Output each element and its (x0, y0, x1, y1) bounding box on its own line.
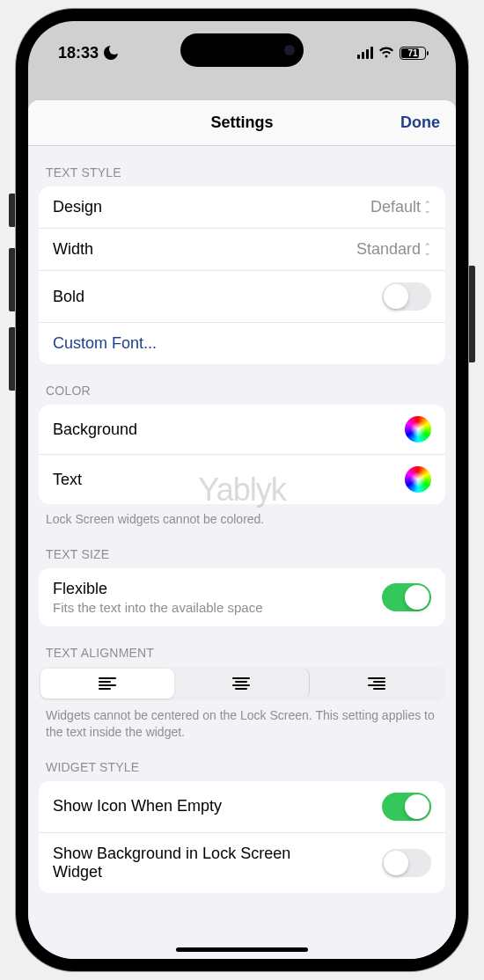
design-value: Default⌃⌄ (370, 198, 431, 216)
sheet-title: Settings (210, 113, 273, 132)
align-left-segment[interactable] (40, 669, 174, 698)
alignment-segmented (39, 667, 445, 700)
row-custom-font[interactable]: Custom Font... (39, 323, 445, 364)
section-header-color: COLOR (28, 364, 456, 405)
group-color: Background Text (39, 405, 445, 504)
row-show-bg: Show Background in Lock Screen Widget (39, 833, 445, 893)
row-text-color[interactable]: Text (39, 455, 445, 504)
bold-label: Bold (53, 288, 84, 306)
chevron-updown-icon: ⌃⌄ (424, 244, 431, 256)
row-show-icon: Show Icon When Empty (39, 781, 445, 833)
group-text-style: Design Default⌃⌄ Width Standard⌃⌄ Bold C… (39, 186, 445, 364)
home-indicator[interactable] (176, 947, 308, 952)
section-header-text-style: TEXT STYLE (28, 146, 456, 186)
text-color-label: Text (53, 471, 82, 489)
screen: 18:33 71 Settings Done TEXT STYLE Design… (28, 21, 456, 959)
row-design[interactable]: Design Default⌃⌄ (39, 186, 445, 229)
show-icon-label: Show Icon When Empty (53, 797, 222, 815)
row-flexible: Flexible Fits the text into the availabl… (39, 568, 445, 626)
color-wheel-icon (405, 416, 431, 442)
dnd-moon-icon (104, 46, 118, 60)
wifi-icon (378, 47, 394, 59)
group-widget-style: Show Icon When Empty Show Background in … (39, 781, 445, 893)
section-header-widget-style: WIDGET STYLE (28, 741, 456, 781)
width-label: Width (53, 240, 93, 259)
custom-font-link: Custom Font... (53, 334, 157, 353)
row-background-color[interactable]: Background (39, 405, 445, 455)
show-bg-toggle[interactable] (382, 849, 431, 877)
show-icon-toggle[interactable] (382, 793, 431, 821)
battery-icon: 71 (400, 47, 426, 60)
alignment-footer: Widgets cannot be centered on the Lock S… (28, 700, 456, 741)
settings-sheet: Settings Done TEXT STYLE Design Default⌃… (28, 100, 456, 959)
phone-frame: 18:33 71 Settings Done TEXT STYLE Design… (16, 9, 468, 971)
background-color-label: Background (53, 421, 137, 439)
settings-content[interactable]: TEXT STYLE Design Default⌃⌄ Width Standa… (28, 146, 456, 959)
dynamic-island (180, 33, 304, 67)
align-center-segment[interactable] (174, 669, 309, 698)
chevron-updown-icon: ⌃⌄ (424, 201, 431, 214)
row-width[interactable]: Width Standard⌃⌄ (39, 229, 445, 271)
color-footer: Lock Screen widgets cannot be colored. (28, 504, 456, 528)
flexible-label: Flexible (53, 580, 382, 598)
section-header-alignment: TEXT ALIGNMENT (28, 626, 456, 667)
align-right-icon (368, 677, 385, 690)
group-text-size: Flexible Fits the text into the availabl… (39, 568, 445, 626)
bold-toggle[interactable] (382, 282, 431, 311)
width-value: Standard⌃⌄ (356, 240, 431, 259)
status-time: 18:33 (58, 44, 99, 62)
row-bold: Bold (39, 271, 445, 323)
done-button[interactable]: Done (400, 113, 440, 132)
color-wheel-icon (405, 466, 431, 493)
section-header-text-size: TEXT SIZE (28, 528, 456, 568)
cellular-icon (357, 47, 373, 59)
align-left-icon (99, 677, 116, 690)
align-center-icon (232, 677, 250, 690)
flexible-toggle[interactable] (382, 583, 431, 611)
show-bg-label: Show Background in Lock Screen Widget (53, 845, 317, 881)
design-label: Design (53, 198, 102, 216)
sheet-header: Settings Done (28, 100, 456, 146)
align-right-segment[interactable] (310, 669, 444, 698)
flexible-sublabel: Fits the text into the available space (53, 600, 382, 615)
